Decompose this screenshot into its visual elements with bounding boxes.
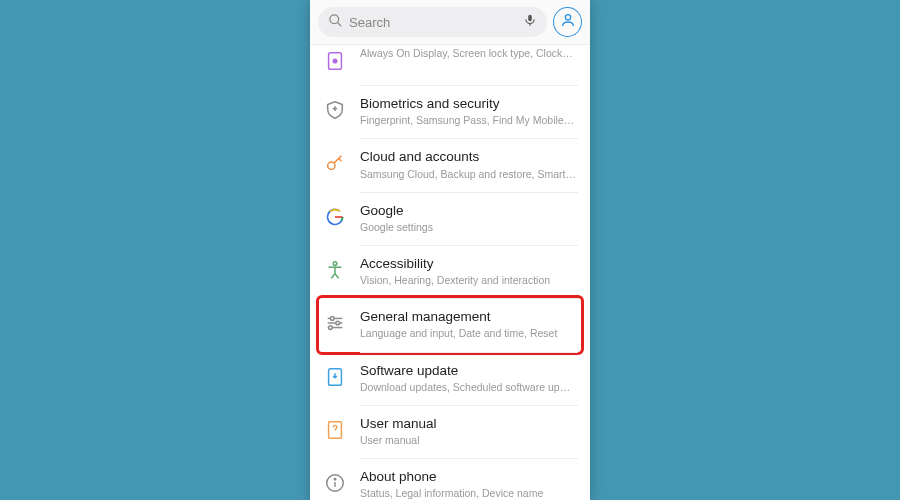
item-title: Cloud and accounts [360,149,578,165]
settings-item-software-update[interactable]: Software update Download updates, Schedu… [310,352,590,405]
svg-rect-2 [528,15,532,21]
item-subtitle: Status, Legal information, Device name [360,487,578,500]
svg-point-4 [565,15,570,20]
item-title: Accessibility [360,256,578,272]
sliders-icon [322,310,348,336]
item-title: About phone [360,469,578,485]
svg-point-9 [328,162,335,169]
search-bar [310,0,590,45]
person-icon [322,257,348,283]
settings-item-general-management[interactable]: General management Language and input, D… [310,298,590,351]
svg-point-16 [329,326,333,330]
item-title: Biometrics and security [360,96,578,112]
lock-icon [322,48,348,74]
item-subtitle: Samsung Cloud, Backup and restore, Smart… [360,168,578,181]
item-subtitle: Download updates, Scheduled software up… [360,381,578,394]
item-subtitle: Vision, Hearing, Dexterity and interacti… [360,274,578,287]
settings-item-lockscreen[interactable]: Always On Display, Screen lock type, Clo… [310,45,590,85]
info-icon [322,470,348,496]
svg-point-14 [336,321,340,325]
item-title: Google [360,203,578,219]
svg-point-0 [330,14,339,23]
svg-point-6 [333,59,337,63]
settings-item-accessibility[interactable]: Accessibility Vision, Hearing, Dexterity… [310,245,590,298]
item-subtitle: Always On Display, Screen lock type, Clo… [360,47,578,60]
settings-item-cloud[interactable]: Cloud and accounts Samsung Cloud, Backup… [310,138,590,191]
item-subtitle: Google settings [360,221,578,234]
svg-point-21 [334,479,335,480]
item-subtitle: User manual [360,434,578,447]
settings-list: Always On Display, Screen lock type, Clo… [310,45,590,500]
svg-point-12 [330,317,334,321]
svg-line-1 [338,22,341,25]
svg-point-10 [333,262,337,266]
search-input[interactable] [349,15,517,30]
settings-item-google[interactable]: Google Google settings [310,192,590,245]
item-title: General management [360,309,578,325]
item-subtitle: Fingerprint, Samsung Pass, Find My Mobil… [360,114,578,127]
search-field[interactable] [318,7,547,37]
settings-item-about-phone[interactable]: About phone Status, Legal information, D… [310,458,590,500]
google-icon [322,204,348,230]
phone-frame: Always On Display, Screen lock type, Clo… [310,0,590,500]
manual-icon [322,417,348,443]
search-icon [328,13,343,32]
item-title: Software update [360,363,578,379]
shield-icon [322,97,348,123]
profile-icon [560,12,576,32]
settings-item-user-manual[interactable]: User manual User manual [310,405,590,458]
key-icon [322,150,348,176]
voice-icon[interactable] [523,13,537,31]
settings-item-biometrics[interactable]: Biometrics and security Fingerprint, Sam… [310,85,590,138]
item-title: User manual [360,416,578,432]
profile-button[interactable] [553,7,582,37]
item-subtitle: Language and input, Date and time, Reset [360,327,578,340]
update-icon [322,364,348,390]
